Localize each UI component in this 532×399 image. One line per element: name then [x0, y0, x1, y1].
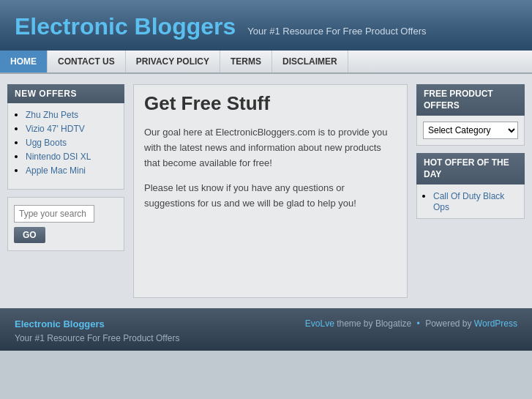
sidebar-offer-link[interactable]: Vizio 47' HDTV — [26, 124, 85, 134]
sidebar-offer-item: Nintendo DSI XL — [26, 151, 116, 162]
sidebar-offer-item: Zhu Zhu Pets — [26, 109, 116, 120]
footer-theme-link[interactable]: EvoLve — [305, 318, 334, 329]
nav-item-terms[interactable]: TERMS — [220, 51, 272, 72]
sidebar-offer-item: Vizio 47' HDTV — [26, 123, 116, 134]
category-select[interactable]: Select Category — [423, 122, 518, 139]
main-content: Get Free Stuff Our goal here at Electron… — [133, 84, 408, 298]
sidebar-offer-item: Apple Mac Mini — [26, 165, 116, 176]
footer-site-title[interactable]: Electronic Bloggers — [15, 318, 179, 329]
content-paragraph-2: Please let us know if you have any quest… — [144, 181, 397, 212]
footer-right: EvoLve theme by Blogatize • Powered by W… — [305, 318, 517, 329]
footer-left: Electronic Bloggers Your #1 Resource For… — [15, 318, 179, 343]
footer-tagline: Your #1 Resource For Free Product Offers — [15, 333, 179, 343]
new-offers-list: Zhu Zhu PetsVizio 47' HDTVUgg BootsNinte… — [15, 109, 116, 176]
footer-theme-text: theme by Blogatize — [337, 318, 411, 329]
site-header: Electronic Bloggers Your #1 Resource For… — [0, 0, 532, 51]
search-input[interactable] — [14, 205, 94, 223]
content-title: Get Free Stuff — [144, 92, 397, 115]
site-title[interactable]: Electronic Bloggers — [15, 13, 236, 40]
new-offers-content: Zhu Zhu PetsVizio 47' HDTVUgg BootsNinte… — [7, 103, 124, 190]
sidebar-offer-item: Ugg Boots — [26, 137, 116, 148]
footer: Electronic Bloggers Your #1 Resource For… — [0, 308, 532, 351]
navigation: HOMECONTACT USPRIVACY POLICYTERMSDISCLAI… — [0, 51, 532, 74]
main-container: NEW OFFERS Zhu Zhu PetsVizio 47' HDTVUgg… — [0, 74, 532, 308]
hot-offer-content: Call Of Duty Black Ops — [416, 184, 525, 219]
site-tagline: Your #1 Resource For Free Product Offers — [247, 26, 426, 37]
sidebar-offer-link[interactable]: Nintendo DSI XL — [26, 152, 91, 162]
right-sidebar: FREE PRODUCT OFFERS Select Category HOT … — [416, 84, 525, 298]
hot-offer-item: Call Of Duty Black Ops — [433, 190, 518, 212]
sidebar-offer-link[interactable]: Ugg Boots — [26, 138, 67, 148]
footer-wp-link[interactable]: WordPress — [474, 318, 517, 329]
left-sidebar: NEW OFFERS Zhu Zhu PetsVizio 47' HDTVUgg… — [7, 84, 124, 298]
category-section: Select Category — [416, 116, 525, 146]
search-button[interactable]: GO — [14, 227, 45, 243]
sidebar-offer-link[interactable]: Apple Mac Mini — [26, 165, 86, 176]
nav-item-disclaimer[interactable]: DISCLAIMER — [272, 51, 348, 72]
search-box: GO — [7, 197, 124, 251]
footer-dot: • — [417, 318, 420, 329]
new-offers-header: NEW OFFERS — [7, 84, 124, 103]
nav-item-home[interactable]: HOME — [0, 51, 48, 72]
footer-powered-text: Powered by — [425, 318, 471, 329]
hot-offer-header: HOT OFFER OF THE DAY — [416, 153, 525, 184]
sidebar-offer-link[interactable]: Zhu Zhu Pets — [26, 110, 78, 120]
hot-offer-link[interactable]: Call Of Duty Black Ops — [433, 191, 504, 212]
nav-item-privacy-policy[interactable]: PRIVACY POLICY — [126, 51, 220, 72]
free-offers-header: FREE PRODUCT OFFERS — [416, 84, 525, 116]
hot-offer-list: Call Of Duty Black Ops — [423, 190, 518, 212]
content-paragraph-1: Our goal here at ElectronicBloggers.com … — [144, 125, 397, 171]
nav-item-contact-us[interactable]: CONTACT US — [48, 51, 126, 72]
